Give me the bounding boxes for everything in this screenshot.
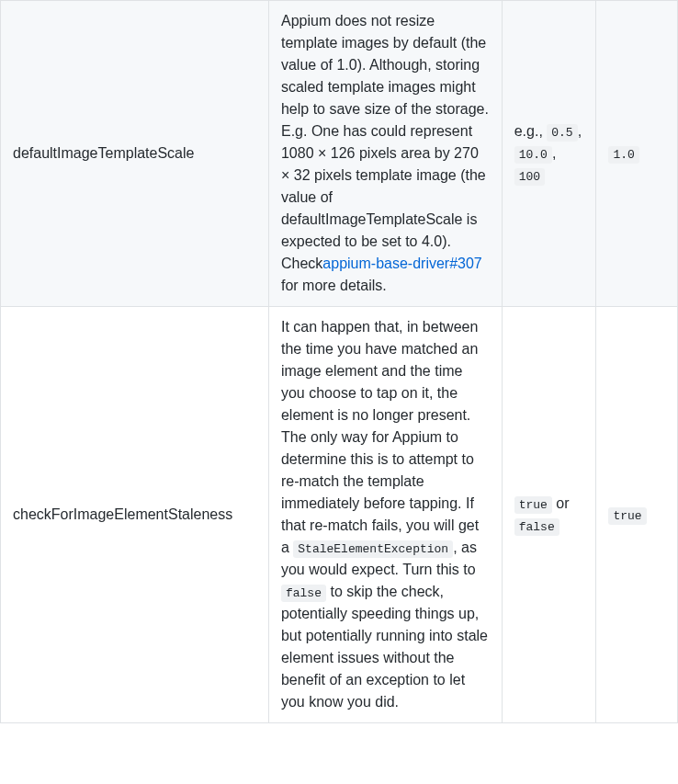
setting-values: e.g., 0.5, 10.0, 100 [502,1,596,307]
value-code: false [281,585,326,602]
value-code: true [514,496,552,514]
value-code: 10.0 [514,146,552,164]
desc-text: Appium does not resize template images b… [281,13,489,271]
value-code: 100 [514,168,545,186]
table-row: checkForImageElementStaleness It can hap… [1,307,678,723]
default-code: 1.0 [608,146,638,164]
setting-default: true [596,307,678,723]
values-joiner: or [552,495,570,511]
issue-link[interactable]: appium-base-driver#307 [322,256,481,271]
desc-text: It can happen that, in between the time … [281,319,479,555]
setting-name: checkForImageElementStaleness [1,307,269,723]
default-code: true [608,507,646,525]
desc-text: to skip the check, potentially speeding … [281,584,488,710]
setting-name: defaultImageTemplateScale [1,1,269,307]
setting-values: true or false [502,307,596,723]
desc-text: for more details. [281,278,387,293]
exception-code: StaleElementException [293,540,453,558]
table-row: defaultImageTemplateScale Appium does no… [1,1,678,307]
value-code: 0.5 [547,124,577,142]
value-code: false [514,518,559,536]
settings-table: defaultImageTemplateScale Appium does no… [0,0,678,723]
setting-description: It can happen that, in between the time … [268,307,502,723]
values-prefix: e.g., [514,123,548,139]
setting-description: Appium does not resize template images b… [268,1,502,307]
setting-default: 1.0 [596,1,678,307]
